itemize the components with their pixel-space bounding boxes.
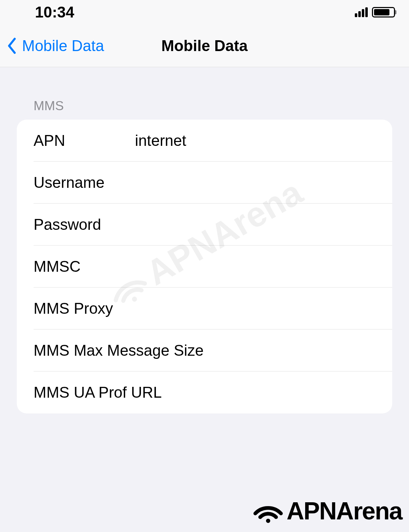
back-label: Mobile Data (22, 37, 104, 55)
page-title: Mobile Data (162, 37, 248, 55)
label-username: Username (34, 174, 135, 191)
label-mms-proxy: MMS Proxy (34, 300, 113, 317)
input-password[interactable] (135, 216, 375, 233)
settings-group-mms: APN Username Password MMSC MMS Proxy MMS… (17, 120, 392, 413)
watermark-bottom: APNArena (252, 497, 402, 525)
row-username[interactable]: Username (17, 162, 392, 204)
status-indicators (355, 7, 395, 17)
label-mms-max-size: MMS Max Message Size (34, 342, 204, 359)
label-mms-ua-prof: MMS UA Prof URL (34, 384, 162, 401)
row-apn[interactable]: APN (17, 120, 392, 162)
label-apn: APN (34, 132, 135, 149)
label-mmsc: MMSC (34, 258, 135, 275)
status-bar: 10:34 (0, 0, 409, 24)
row-mms-max-size[interactable]: MMS Max Message Size (17, 329, 392, 371)
wifi-icon (252, 499, 284, 523)
row-mms-ua-prof[interactable]: MMS UA Prof URL (17, 371, 392, 413)
input-mmsc[interactable] (135, 258, 375, 275)
row-password[interactable]: Password (17, 204, 392, 246)
status-time: 10:34 (35, 3, 74, 21)
input-mms-proxy[interactable] (113, 300, 375, 317)
content: MMS APN Username Password MMSC MMS Proxy (0, 67, 409, 413)
cellular-signal-icon (355, 7, 368, 17)
input-mms-ua-prof[interactable] (162, 384, 375, 401)
row-mmsc[interactable]: MMSC (17, 246, 392, 288)
back-button[interactable]: Mobile Data (0, 37, 104, 55)
svg-point-1 (266, 519, 270, 523)
input-username[interactable] (135, 174, 375, 191)
battery-icon (372, 7, 395, 17)
label-password: Password (34, 216, 135, 233)
chevron-back-icon (7, 37, 17, 54)
input-mms-max-size[interactable] (204, 342, 392, 359)
input-apn[interactable] (135, 132, 375, 149)
navigation-bar: Mobile Data Mobile Data (0, 24, 409, 67)
row-mms-proxy[interactable]: MMS Proxy (17, 288, 392, 329)
section-header-mms: MMS (17, 99, 392, 113)
